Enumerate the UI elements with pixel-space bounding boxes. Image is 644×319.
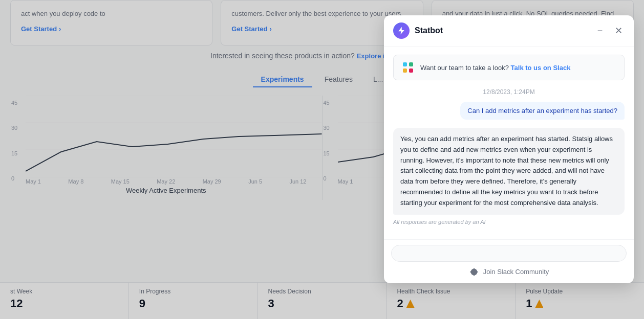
minimize-icon: −	[597, 26, 603, 36]
slack-text: Want our team to take a look? Talk to us…	[420, 64, 570, 72]
slack-static-text: Want our team to take a look?	[420, 64, 509, 72]
join-slack-row[interactable]: Join Slack Community	[391, 267, 627, 277]
gear-svg	[469, 267, 479, 277]
chatbot-header: Statbot − ✕	[384, 15, 634, 47]
chatbot-body: Want our team to take a look? Talk to us…	[384, 47, 634, 239]
chatbot-footer: Join Slack Community	[384, 239, 634, 283]
gear-icon	[469, 267, 479, 277]
join-slack-label: Join Slack Community	[483, 268, 549, 276]
chat-input[interactable]	[399, 249, 619, 257]
user-bubble: Can I add metrics after an experiment ha…	[460, 102, 625, 120]
chatbot-logo	[393, 22, 410, 39]
chat-input-row	[391, 245, 627, 262]
svg-rect-10	[403, 69, 407, 73]
chatbot-panel: Statbot − ✕ Want our team to take a look…	[384, 15, 634, 283]
slack-link-label: Talk to us on Slack	[511, 64, 571, 72]
bot-bubble: Yes, you can add metrics after an experi…	[393, 128, 625, 215]
chatbot-title: Statbot	[415, 26, 594, 35]
svg-rect-11	[409, 69, 413, 73]
chat-timestamp: 12/8/2023, 1:24PM	[393, 88, 625, 96]
svg-rect-9	[409, 62, 413, 66]
slack-icon	[401, 60, 415, 75]
user-message-container: Can I add metrics after an experiment ha…	[393, 102, 625, 120]
bot-message-container: Yes, you can add metrics after an experi…	[393, 128, 625, 225]
close-button[interactable]: ✕	[612, 25, 625, 37]
statbot-logo-icon	[397, 26, 406, 35]
close-icon: ✕	[615, 25, 622, 36]
slack-link[interactable]: Talk to us on Slack	[511, 64, 571, 72]
ai-notice: All responses are generated by an AI	[393, 219, 625, 225]
minimize-button[interactable]: −	[594, 25, 606, 37]
svg-rect-8	[403, 62, 407, 66]
chatbot-header-actions: − ✕	[594, 25, 625, 37]
slack-banner: Want our team to take a look? Talk to us…	[393, 55, 625, 80]
